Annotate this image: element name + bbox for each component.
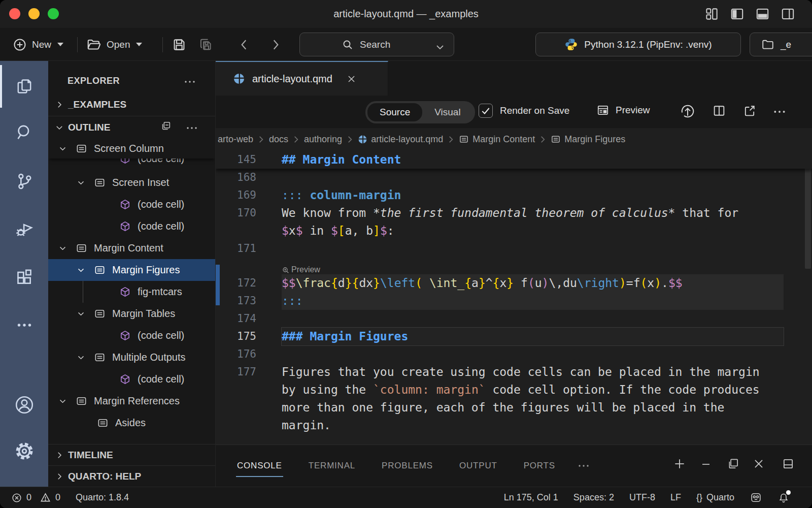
collapse-all-icon[interactable]	[160, 120, 172, 134]
code-line[interactable]: by using the `column: margin` code cell …	[216, 381, 812, 399]
breadcrumb-item[interactable]: docs	[269, 134, 288, 145]
outline-item[interactable]: Margin Content	[48, 237, 215, 259]
outline-item[interactable]: (code cell)	[48, 194, 215, 215]
panel-plus-icon[interactable]	[673, 457, 686, 470]
search-input[interactable]: Search	[299, 33, 454, 56]
outline-item[interactable]: (code cell)	[48, 215, 215, 237]
chevron-down-icon[interactable]	[58, 397, 76, 405]
account-icon[interactable]	[0, 394, 48, 416]
problems-status[interactable]: 0 0	[11, 492, 60, 503]
interpreter-selector[interactable]: Python 3.12.1 (PipEnv: .venv)	[535, 33, 741, 56]
close-tab-icon[interactable]	[347, 74, 356, 84]
code-line[interactable]: $x$ in $[a, b]$:	[216, 222, 812, 240]
save-all-button[interactable]	[198, 28, 214, 61]
source-control-icon[interactable]	[0, 170, 48, 193]
outline-item[interactable]: Multiple Outputs	[48, 346, 215, 368]
code-line[interactable]: 173 :::	[216, 292, 812, 310]
code-line[interactable]: 145 ## Margin Content	[216, 150, 812, 169]
checkbox-checked-icon[interactable]	[479, 104, 493, 118]
preview-codelens[interactable]: Preview	[216, 258, 812, 274]
code-line[interactable]: margin.	[216, 417, 812, 434]
settings-gear-icon[interactable]	[0, 440, 48, 462]
split-editor-icon[interactable]	[712, 104, 726, 120]
search-view-icon[interactable]	[0, 121, 48, 143]
code-line[interactable]: 168	[216, 169, 812, 186]
navigate-forward-button[interactable]	[269, 28, 282, 61]
panel-restore-icon[interactable]	[727, 457, 740, 470]
encoding-status[interactable]: UTF-8	[629, 492, 655, 503]
close-window-button[interactable]	[9, 8, 20, 19]
quarto-help-header[interactable]: QUARTO: HELP	[48, 465, 215, 487]
render-on-save-control[interactable]: Render on Save	[479, 104, 569, 118]
code-line[interactable]: 177 Figures that you create using code c…	[216, 363, 812, 381]
feedback-smiley-icon[interactable]	[750, 491, 762, 504]
save-button[interactable]	[172, 28, 187, 61]
navigate-back-button[interactable]	[238, 28, 251, 61]
quarto-version-status[interactable]: Quarto: 1.8.4	[76, 492, 129, 503]
open-in-new-window-icon[interactable]	[742, 104, 757, 120]
outline-item[interactable]: (code cell)	[48, 368, 215, 390]
breadcrumb-item[interactable]: Margin Content	[459, 134, 535, 145]
panel-tab[interactable]: TERMINAL	[309, 457, 355, 475]
panel-layout-icon[interactable]	[782, 457, 795, 470]
language-mode-status[interactable]: {} Quarto	[696, 492, 734, 503]
new-button[interactable]: New	[13, 28, 63, 61]
visual-mode-button[interactable]: Visual	[422, 103, 472, 121]
outline-item[interactable]: Margin Tables	[48, 303, 215, 325]
code-line[interactable]: 169 ::: column-margin	[216, 186, 812, 204]
explorer-icon[interactable]	[0, 75, 48, 98]
outline-item[interactable]: Screen Inset	[48, 172, 215, 194]
timeline-header[interactable]: TIMELINE	[48, 444, 215, 465]
preview-button[interactable]: Preview	[596, 104, 650, 117]
indentation-status[interactable]: Spaces: 2	[573, 492, 614, 503]
run-debug-icon[interactable]	[0, 217, 48, 240]
outline-item[interactable]: Margin References	[48, 390, 215, 412]
open-button[interactable]: Open	[86, 28, 142, 61]
customize-layout-icon[interactable]	[705, 7, 719, 21]
editor-more-actions-icon[interactable]	[773, 108, 786, 117]
outline-item[interactable]: (code cell)	[48, 325, 215, 346]
outline-more-icon[interactable]	[186, 122, 198, 133]
zoom-window-button[interactable]	[48, 8, 59, 19]
code-editor[interactable]: 145 ## Margin Content 168 169 ::: column…	[216, 150, 812, 444]
code-line[interactable]: 175 ### Margin Figures	[216, 328, 812, 345]
outline-item[interactable]: Screen Column	[48, 138, 215, 158]
breadcrumb-item[interactable]: authoring	[304, 134, 342, 145]
breadcrumb-item[interactable]: article-layout.qmd	[358, 134, 443, 145]
outline-item[interactable]: (code cell)	[48, 158, 215, 172]
panel-tab[interactable]: PORTS	[524, 457, 555, 475]
panel-close-icon[interactable]	[752, 457, 765, 470]
code-line[interactable]: 172 $$\frac{d}{dx}\left( \int_{a}^{x} f(…	[216, 274, 812, 292]
panel-tab[interactable]: CONSOLE	[237, 457, 282, 475]
toggle-panel-icon[interactable]	[756, 7, 769, 21]
chevron-down-icon[interactable]	[58, 244, 76, 252]
editor-scrollbar[interactable]	[805, 154, 811, 269]
chevron-down-icon[interactable]	[77, 309, 94, 318]
editor-tab[interactable]: article-layout.qmd	[216, 61, 388, 96]
outline-item[interactable]: fig-mtcars	[48, 281, 215, 303]
panel-minimize-icon[interactable]	[699, 461, 713, 467]
code-line[interactable]: 170 We know from *the first fundamental …	[216, 204, 812, 222]
workspace-folder-row[interactable]: _EXAMPLES	[48, 93, 215, 116]
code-line[interactable]: 171	[216, 240, 812, 258]
chevron-down-icon[interactable]	[77, 266, 94, 274]
explorer-more-icon[interactable]	[184, 76, 196, 87]
extensions-icon[interactable]	[0, 266, 48, 289]
panel-tab[interactable]: PROBLEMS	[382, 457, 433, 475]
code-line[interactable]: 176	[216, 345, 812, 363]
chevron-down-icon[interactable]	[58, 144, 76, 153]
outline-header[interactable]: OUTLINE	[48, 116, 215, 138]
panel-tab[interactable]: OUTPUT	[459, 457, 497, 475]
workspace-button[interactable]: _e	[750, 33, 812, 56]
toggle-right-sidebar-icon[interactable]	[781, 7, 795, 21]
source-mode-button[interactable]: Source	[367, 103, 422, 121]
eol-status[interactable]: LF	[670, 492, 681, 503]
code-line[interactable]: more than one figure, each of the figure…	[216, 399, 812, 417]
render-publish-icon[interactable]	[680, 104, 695, 121]
more-views-icon[interactable]	[0, 314, 48, 336]
minimize-window-button[interactable]	[28, 8, 40, 19]
code-line[interactable]: 174	[216, 310, 812, 328]
toggle-left-sidebar-icon[interactable]	[730, 7, 744, 21]
panel-more-icon[interactable]	[578, 463, 590, 468]
chevron-down-icon[interactable]	[77, 353, 94, 362]
